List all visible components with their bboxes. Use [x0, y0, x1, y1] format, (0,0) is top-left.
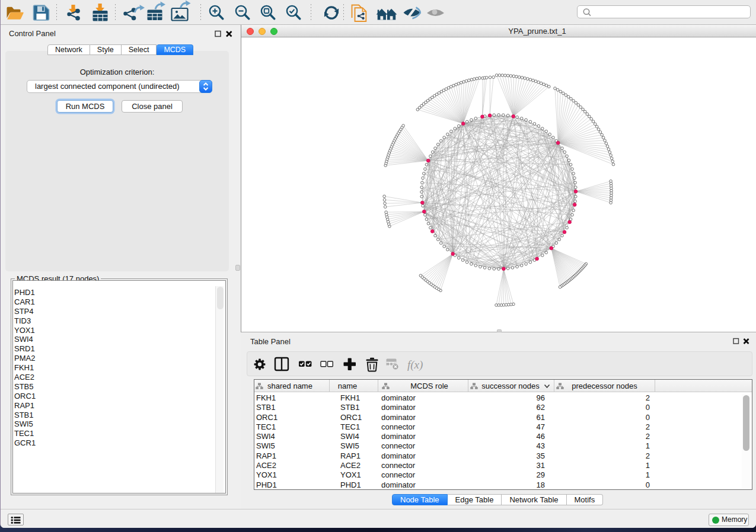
- svg-text:f(x): f(x): [407, 358, 423, 371]
